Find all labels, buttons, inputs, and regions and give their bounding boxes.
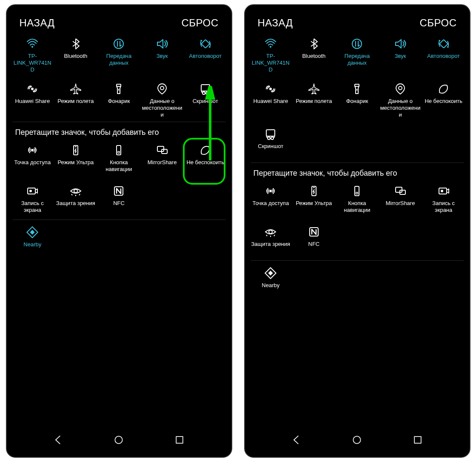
tile-label: Скриншот: [258, 143, 283, 150]
tile-huawei-share[interactable]: Huawei Share: [249, 82, 293, 119]
tile-mirrorshare[interactable]: MirrorShare: [379, 184, 422, 217]
tile-sound[interactable]: Звук: [379, 37, 422, 74]
tile-dnd[interactable]: Не беспокоить: [422, 82, 465, 119]
rotate-icon: [199, 37, 212, 50]
nearby-icon: [26, 226, 39, 239]
tile-label: Данные о местоположении: [142, 98, 182, 118]
nav-home-icon[interactable]: [351, 434, 362, 445]
reset-button[interactable]: СБРОС: [181, 17, 218, 29]
tile-sound[interactable]: Звук: [140, 37, 184, 74]
tile-screenshot[interactable]: Скриншот: [184, 82, 227, 119]
tile-huawei-share[interactable]: Huawei Share: [11, 82, 54, 119]
nav-home-icon[interactable]: [113, 434, 124, 445]
ultra-icon: [69, 144, 82, 157]
tile-navkey[interactable]: Кнопка навигации: [336, 184, 379, 217]
nav-recent-icon[interactable]: [174, 434, 185, 445]
tile-dnd[interactable]: Не беспокоить: [184, 143, 227, 176]
back-button[interactable]: НАЗАД: [258, 17, 293, 29]
dnd-icon: [437, 83, 450, 95]
tile-label: NFC: [113, 200, 125, 207]
header: НАЗАД СБРОС: [7, 5, 231, 37]
navbar: [7, 427, 231, 457]
nav-back-icon[interactable]: [291, 434, 302, 445]
navkey-icon: [112, 144, 125, 157]
tile-label: Звук: [395, 53, 406, 60]
tile-label: Передача данных: [336, 53, 377, 66]
screenshot-icon: [264, 128, 277, 140]
tile-flashlight[interactable]: Фонарик: [97, 82, 141, 119]
tile-eyecare[interactable]: Защита зрения: [249, 225, 293, 258]
tile-label: Huawei Share: [15, 98, 50, 105]
tile-flashlight[interactable]: Фонарик: [336, 82, 379, 119]
bluetooth-icon: [69, 37, 82, 50]
tile-label: Режим Ультра: [57, 159, 94, 166]
svg-rect-29: [176, 436, 183, 443]
tile-label: Данные о местоположении: [380, 98, 421, 118]
back-button[interactable]: НАЗАД: [20, 17, 55, 29]
tile-nearby[interactable]: Nearby: [249, 266, 293, 299]
tile-screenrec[interactable]: Запись с экрана: [11, 184, 54, 217]
header: НАЗАД СБРОС: [245, 5, 470, 37]
tile-label: Фонарик: [108, 98, 130, 105]
phone-right: НАЗАД СБРОС TP-LINK_WR741NDBluetoothПере…: [244, 4, 470, 458]
nfc-icon: [308, 225, 320, 238]
tile-nearby[interactable]: Nearby: [11, 225, 54, 258]
tile-airplane[interactable]: Режим полета: [54, 82, 97, 119]
tile-label: MirrorShare: [386, 200, 415, 207]
tile-data[interactable]: Передача данных: [97, 37, 141, 74]
airplane-icon: [69, 83, 82, 95]
tile-bluetooth[interactable]: Bluetooth: [292, 37, 336, 74]
data-icon: [112, 37, 125, 50]
flashlight-icon: [112, 83, 125, 95]
tile-rotate[interactable]: Автоповорот: [422, 37, 465, 74]
tile-label: Автоповорот: [427, 53, 460, 60]
svg-point-28: [115, 436, 123, 443]
tile-airplane[interactable]: Режим полета: [292, 82, 336, 119]
tile-label: Режим полета: [296, 98, 332, 105]
tile-hotspot[interactable]: Точка доступа: [249, 184, 293, 217]
nav-recent-icon[interactable]: [412, 434, 423, 445]
tile-nfc[interactable]: NFC: [292, 225, 336, 258]
phone-left: НАЗАД СБРОС TP-LINK_WR741NDBluetoothПере…: [6, 4, 232, 458]
tile-label: NFC: [308, 241, 320, 248]
tile-label: Кнопка навигации: [336, 200, 377, 214]
rotate-icon: [437, 37, 450, 50]
tile-mirrorshare[interactable]: MirrorShare: [140, 143, 184, 176]
tile-bluetooth[interactable]: Bluetooth: [54, 37, 97, 74]
tile-screenshot[interactable]: Скриншот: [249, 127, 293, 160]
tile-label: Автоповорот: [189, 53, 222, 60]
sound-icon: [394, 37, 407, 50]
navbar: [245, 427, 470, 457]
tile-ultra[interactable]: Режим Ультра: [292, 184, 336, 217]
tile-label: Не беспокоить: [186, 159, 224, 166]
tile-navkey[interactable]: Кнопка навигации: [97, 143, 141, 176]
airplane-icon: [308, 83, 320, 95]
location-icon: [394, 83, 407, 95]
tile-ultra[interactable]: Режим Ультра: [54, 143, 97, 176]
tile-data[interactable]: Передача данных: [336, 37, 379, 74]
tile-label: Точка доступа: [14, 159, 51, 166]
wifi-icon: [26, 37, 39, 50]
reset-button[interactable]: СБРОС: [419, 17, 456, 29]
hotspot-icon: [26, 144, 39, 157]
tile-label: Huawei Share: [253, 98, 288, 105]
tile-label: Режим Ультра: [296, 200, 332, 207]
tile-label: Точка доступа: [252, 200, 289, 207]
inactive-tiles-grid: Точка доступаРежим УльтраКнопка навигаци…: [7, 143, 231, 217]
tile-location[interactable]: Данные о местоположении: [379, 82, 422, 119]
tile-label: Режим полета: [57, 98, 94, 105]
tile-location[interactable]: Данные о местоположении: [140, 82, 184, 119]
nav-back-icon[interactable]: [53, 434, 64, 445]
tile-wifi[interactable]: TP-LINK_WR741ND: [11, 37, 54, 74]
tile-eyecare[interactable]: Защита зрения: [54, 184, 97, 217]
tile-rotate[interactable]: Автоповорот: [184, 37, 227, 74]
tile-label: Запись с экрана: [423, 200, 464, 214]
tile-screenrec[interactable]: Запись с экрана: [422, 184, 465, 217]
tile-hotspot[interactable]: Точка доступа: [11, 143, 54, 176]
flashlight-icon: [351, 83, 363, 95]
tile-label: Nearby: [23, 241, 41, 248]
tile-label: Защита зрения: [251, 241, 291, 248]
tile-nfc[interactable]: NFC: [97, 184, 141, 217]
dnd-icon: [199, 144, 212, 157]
tile-wifi[interactable]: TP-LINK_WR741ND: [249, 37, 293, 74]
